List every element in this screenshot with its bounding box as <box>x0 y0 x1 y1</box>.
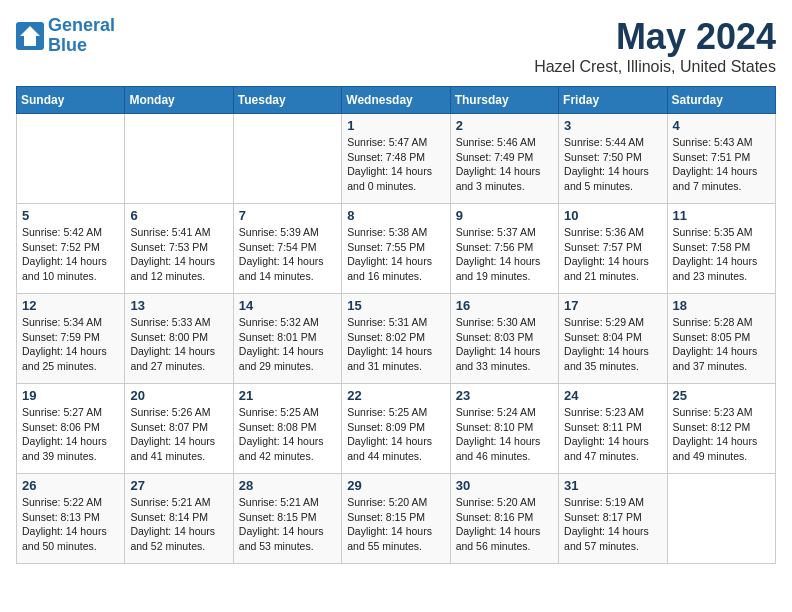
day-header-wednesday: Wednesday <box>342 87 450 114</box>
day-info: Sunrise: 5:20 AMSunset: 8:15 PMDaylight:… <box>347 495 444 554</box>
calendar-cell: 1Sunrise: 5:47 AMSunset: 7:48 PMDaylight… <box>342 114 450 204</box>
calendar-cell <box>667 474 775 564</box>
day-info: Sunrise: 5:27 AMSunset: 8:06 PMDaylight:… <box>22 405 119 464</box>
day-number: 27 <box>130 478 227 493</box>
day-info: Sunrise: 5:24 AMSunset: 8:10 PMDaylight:… <box>456 405 553 464</box>
day-info: Sunrise: 5:25 AMSunset: 8:08 PMDaylight:… <box>239 405 336 464</box>
week-row-4: 19Sunrise: 5:27 AMSunset: 8:06 PMDayligh… <box>17 384 776 474</box>
main-title: May 2024 <box>534 16 776 58</box>
calendar-cell: 5Sunrise: 5:42 AMSunset: 7:52 PMDaylight… <box>17 204 125 294</box>
calendar-cell <box>17 114 125 204</box>
day-number: 7 <box>239 208 336 223</box>
day-number: 16 <box>456 298 553 313</box>
calendar-cell: 22Sunrise: 5:25 AMSunset: 8:09 PMDayligh… <box>342 384 450 474</box>
week-row-3: 12Sunrise: 5:34 AMSunset: 7:59 PMDayligh… <box>17 294 776 384</box>
day-info: Sunrise: 5:42 AMSunset: 7:52 PMDaylight:… <box>22 225 119 284</box>
day-number: 15 <box>347 298 444 313</box>
header: General Blue May 2024 Hazel Crest, Illin… <box>16 16 776 76</box>
day-number: 9 <box>456 208 553 223</box>
day-info: Sunrise: 5:47 AMSunset: 7:48 PMDaylight:… <box>347 135 444 194</box>
day-number: 23 <box>456 388 553 403</box>
day-info: Sunrise: 5:19 AMSunset: 8:17 PMDaylight:… <box>564 495 661 554</box>
day-number: 5 <box>22 208 119 223</box>
day-number: 11 <box>673 208 770 223</box>
day-number: 25 <box>673 388 770 403</box>
subtitle: Hazel Crest, Illinois, United States <box>534 58 776 76</box>
logo: General Blue <box>16 16 115 56</box>
calendar-cell: 23Sunrise: 5:24 AMSunset: 8:10 PMDayligh… <box>450 384 558 474</box>
day-header-friday: Friday <box>559 87 667 114</box>
day-number: 20 <box>130 388 227 403</box>
calendar-cell: 31Sunrise: 5:19 AMSunset: 8:17 PMDayligh… <box>559 474 667 564</box>
week-row-1: 1Sunrise: 5:47 AMSunset: 7:48 PMDaylight… <box>17 114 776 204</box>
day-number: 10 <box>564 208 661 223</box>
day-number: 19 <box>22 388 119 403</box>
day-number: 4 <box>673 118 770 133</box>
day-info: Sunrise: 5:20 AMSunset: 8:16 PMDaylight:… <box>456 495 553 554</box>
day-number: 26 <box>22 478 119 493</box>
day-number: 24 <box>564 388 661 403</box>
day-number: 22 <box>347 388 444 403</box>
calendar-cell: 17Sunrise: 5:29 AMSunset: 8:04 PMDayligh… <box>559 294 667 384</box>
calendar-cell: 14Sunrise: 5:32 AMSunset: 8:01 PMDayligh… <box>233 294 341 384</box>
calendar-cell: 16Sunrise: 5:30 AMSunset: 8:03 PMDayligh… <box>450 294 558 384</box>
day-info: Sunrise: 5:22 AMSunset: 8:13 PMDaylight:… <box>22 495 119 554</box>
day-info: Sunrise: 5:31 AMSunset: 8:02 PMDaylight:… <box>347 315 444 374</box>
day-info: Sunrise: 5:33 AMSunset: 8:00 PMDaylight:… <box>130 315 227 374</box>
day-number: 18 <box>673 298 770 313</box>
day-info: Sunrise: 5:21 AMSunset: 8:15 PMDaylight:… <box>239 495 336 554</box>
calendar-header: SundayMondayTuesdayWednesdayThursdayFrid… <box>17 87 776 114</box>
day-info: Sunrise: 5:43 AMSunset: 7:51 PMDaylight:… <box>673 135 770 194</box>
day-number: 31 <box>564 478 661 493</box>
day-number: 17 <box>564 298 661 313</box>
day-number: 21 <box>239 388 336 403</box>
logo-text: General Blue <box>48 16 115 56</box>
calendar-cell: 26Sunrise: 5:22 AMSunset: 8:13 PMDayligh… <box>17 474 125 564</box>
day-number: 8 <box>347 208 444 223</box>
day-info: Sunrise: 5:38 AMSunset: 7:55 PMDaylight:… <box>347 225 444 284</box>
day-number: 29 <box>347 478 444 493</box>
day-header-tuesday: Tuesday <box>233 87 341 114</box>
day-header-saturday: Saturday <box>667 87 775 114</box>
day-info: Sunrise: 5:35 AMSunset: 7:58 PMDaylight:… <box>673 225 770 284</box>
day-info: Sunrise: 5:36 AMSunset: 7:57 PMDaylight:… <box>564 225 661 284</box>
calendar-cell: 10Sunrise: 5:36 AMSunset: 7:57 PMDayligh… <box>559 204 667 294</box>
day-info: Sunrise: 5:34 AMSunset: 7:59 PMDaylight:… <box>22 315 119 374</box>
day-header-monday: Monday <box>125 87 233 114</box>
day-info: Sunrise: 5:28 AMSunset: 8:05 PMDaylight:… <box>673 315 770 374</box>
day-number: 2 <box>456 118 553 133</box>
calendar-cell: 24Sunrise: 5:23 AMSunset: 8:11 PMDayligh… <box>559 384 667 474</box>
calendar-cell: 2Sunrise: 5:46 AMSunset: 7:49 PMDaylight… <box>450 114 558 204</box>
day-number: 13 <box>130 298 227 313</box>
day-info: Sunrise: 5:21 AMSunset: 8:14 PMDaylight:… <box>130 495 227 554</box>
calendar-cell: 27Sunrise: 5:21 AMSunset: 8:14 PMDayligh… <box>125 474 233 564</box>
calendar-cell: 29Sunrise: 5:20 AMSunset: 8:15 PMDayligh… <box>342 474 450 564</box>
calendar-cell: 19Sunrise: 5:27 AMSunset: 8:06 PMDayligh… <box>17 384 125 474</box>
calendar-table: SundayMondayTuesdayWednesdayThursdayFrid… <box>16 86 776 564</box>
calendar-cell: 12Sunrise: 5:34 AMSunset: 7:59 PMDayligh… <box>17 294 125 384</box>
day-info: Sunrise: 5:39 AMSunset: 7:54 PMDaylight:… <box>239 225 336 284</box>
day-header-sunday: Sunday <box>17 87 125 114</box>
day-number: 6 <box>130 208 227 223</box>
calendar-cell: 18Sunrise: 5:28 AMSunset: 8:05 PMDayligh… <box>667 294 775 384</box>
day-info: Sunrise: 5:32 AMSunset: 8:01 PMDaylight:… <box>239 315 336 374</box>
day-info: Sunrise: 5:23 AMSunset: 8:12 PMDaylight:… <box>673 405 770 464</box>
day-info: Sunrise: 5:46 AMSunset: 7:49 PMDaylight:… <box>456 135 553 194</box>
calendar-cell: 15Sunrise: 5:31 AMSunset: 8:02 PMDayligh… <box>342 294 450 384</box>
calendar-cell <box>233 114 341 204</box>
day-info: Sunrise: 5:37 AMSunset: 7:56 PMDaylight:… <box>456 225 553 284</box>
calendar-cell: 11Sunrise: 5:35 AMSunset: 7:58 PMDayligh… <box>667 204 775 294</box>
calendar-cell: 25Sunrise: 5:23 AMSunset: 8:12 PMDayligh… <box>667 384 775 474</box>
calendar-cell: 21Sunrise: 5:25 AMSunset: 8:08 PMDayligh… <box>233 384 341 474</box>
calendar-cell: 9Sunrise: 5:37 AMSunset: 7:56 PMDaylight… <box>450 204 558 294</box>
day-info: Sunrise: 5:44 AMSunset: 7:50 PMDaylight:… <box>564 135 661 194</box>
day-info: Sunrise: 5:29 AMSunset: 8:04 PMDaylight:… <box>564 315 661 374</box>
week-row-2: 5Sunrise: 5:42 AMSunset: 7:52 PMDaylight… <box>17 204 776 294</box>
day-info: Sunrise: 5:25 AMSunset: 8:09 PMDaylight:… <box>347 405 444 464</box>
calendar-cell: 6Sunrise: 5:41 AMSunset: 7:53 PMDaylight… <box>125 204 233 294</box>
day-number: 1 <box>347 118 444 133</box>
calendar-cell: 20Sunrise: 5:26 AMSunset: 8:07 PMDayligh… <box>125 384 233 474</box>
day-info: Sunrise: 5:26 AMSunset: 8:07 PMDaylight:… <box>130 405 227 464</box>
day-number: 12 <box>22 298 119 313</box>
day-info: Sunrise: 5:23 AMSunset: 8:11 PMDaylight:… <box>564 405 661 464</box>
